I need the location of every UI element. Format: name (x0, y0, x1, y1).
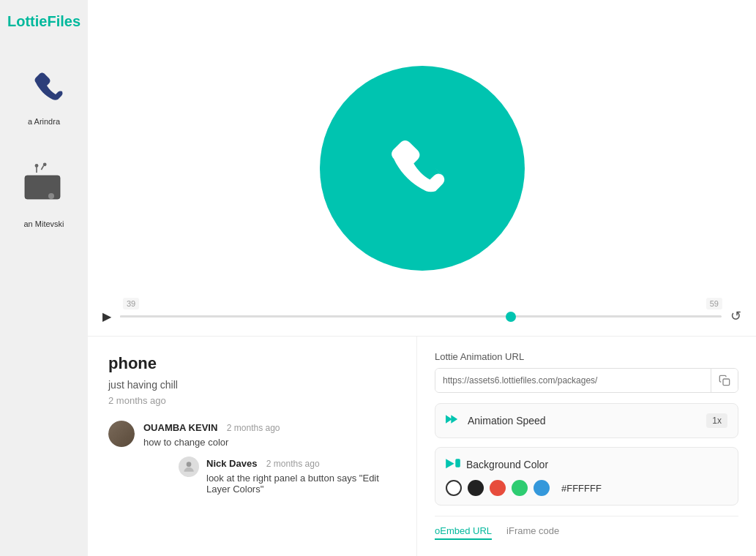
playback-controls: ▶ ↺ (102, 308, 741, 324)
reply-avatar-1 (179, 457, 199, 477)
background-color-title: Background Color (446, 457, 548, 473)
copy-icon (719, 375, 730, 386)
animation-speed-header: Animation Speed 1x (446, 413, 727, 429)
speed-badge: 1x (706, 413, 727, 428)
bottom-panel: phone just having chill 2 months ago OUA… (88, 337, 756, 556)
commenter-avatar-1 (108, 421, 135, 447)
progress-thumb[interactable] (506, 312, 516, 322)
sidebar-item-phone[interactable]: a Arindra (4, 48, 83, 136)
speed-icon-svg (446, 413, 462, 426)
sidebar-user1-label: a Arindra (12, 114, 76, 129)
url-input-row (435, 368, 738, 393)
animation-description: just having chill (108, 379, 396, 391)
animation-preview: 39 59 ▶ ↺ (88, 0, 756, 337)
copy-url-button[interactable] (711, 369, 738, 392)
progress-track[interactable] (120, 315, 722, 318)
comment-text-1: how to change color (143, 437, 396, 448)
animation-speed-title: Animation Speed (446, 413, 546, 429)
tab-iframe[interactable]: iFrame code (506, 525, 559, 540)
sidebar-thumb-phone (12, 56, 85, 114)
background-color-header: Background Color (446, 457, 727, 473)
sidebar-item-second[interactable]: an Mitevski (4, 151, 83, 238)
swatch-blue[interactable] (534, 480, 550, 496)
swatch-green[interactable] (512, 480, 528, 496)
phone-icon-main (375, 121, 470, 216)
svg-point-1 (48, 193, 54, 199)
svg-point-6 (187, 462, 192, 467)
sidebar-partial: LottieFiles a Arindra an Mitevski (0, 0, 88, 556)
url-input[interactable] (435, 369, 711, 392)
avatar-image-1 (108, 421, 135, 447)
commenter-name-1: OUAMBA KEVIN (143, 422, 217, 433)
svg-rect-11 (455, 459, 460, 467)
app-logo: LottieFiles (0, 0, 88, 42)
comment-content-1: OUAMBA KEVIN 2 months ago how to change … (143, 421, 396, 495)
svg-point-5 (43, 162, 47, 166)
reply-time-1: 2 months ago (266, 459, 320, 469)
logo-text: LottieFiles (7, 13, 81, 29)
info-panel: phone just having chill 2 months ago OUA… (88, 337, 417, 556)
animation-title: phone (108, 354, 396, 373)
phone-animation-circle (320, 66, 525, 271)
animation-speed-label: Animation Speed (468, 415, 546, 427)
reply-avatar-icon (181, 459, 196, 474)
modal: 39 59 ▶ ↺ phone just having chill 2 mont… (88, 0, 756, 556)
comment-1: OUAMBA KEVIN 2 months ago how to change … (108, 421, 396, 495)
background-color-icon (446, 457, 460, 473)
url-label: Lottie Animation URL (435, 351, 738, 362)
reply-content-1: Nick Daves 2 months ago look at the righ… (206, 457, 396, 495)
reply-name-1: Nick Daves (206, 458, 257, 469)
background-color-label: Background Color (466, 459, 548, 470)
second-animation-icon (19, 162, 78, 213)
svg-line-4 (41, 165, 43, 170)
hex-value: #FFFFFF (561, 483, 602, 494)
animation-speed-card: Animation Speed 1x (435, 403, 738, 438)
animation-speed-icon (446, 413, 462, 429)
animation-time: 2 months ago (108, 395, 396, 406)
replay-button[interactable]: ↺ (730, 308, 741, 324)
swatch-red[interactable] (490, 480, 506, 496)
embed-tabs: oEmbed URL iFrame code (435, 516, 738, 540)
svg-marker-9 (451, 415, 457, 424)
settings-panel: Lottie Animation URL (417, 337, 756, 556)
svg-rect-7 (723, 379, 730, 386)
comment-time-1: 2 months ago (227, 423, 280, 433)
color-swatches: #FFFFFF (446, 480, 727, 496)
sidebar-user2-label: an Mitevski (12, 217, 76, 231)
phone-icon-sidebar (23, 59, 74, 110)
progress-fill (120, 315, 511, 318)
swatch-black[interactable] (468, 480, 484, 496)
reply-1: Nick Daves 2 months ago look at the righ… (179, 457, 396, 495)
background-color-card: Background Color #FFFFFF (435, 447, 738, 506)
play-button[interactable]: ▶ (102, 309, 111, 323)
reply-text-1: look at the right panel a button says "E… (206, 473, 396, 495)
svg-marker-10 (446, 459, 454, 468)
svg-rect-0 (25, 176, 60, 199)
bg-color-icon-svg (446, 457, 460, 470)
swatch-white[interactable] (446, 480, 462, 496)
tab-oembed[interactable]: oEmbed URL (435, 525, 492, 540)
svg-point-3 (35, 164, 39, 168)
